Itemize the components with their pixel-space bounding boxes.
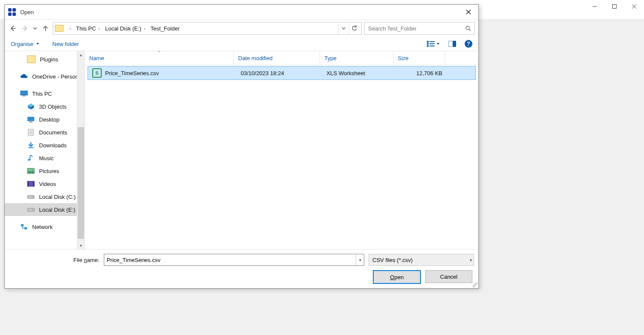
breadcrumb-test-folder[interactable]: Test_Folder [149, 23, 181, 34]
nav-row: › This PC› Local Disk (E:)› Test_Folder … [5, 20, 478, 37]
chevron-down-icon: ▾ [470, 254, 472, 265]
address-bar[interactable]: › This PC› Local Disk (E:)› Test_Folder [53, 22, 362, 35]
sort-ascending-icon: ⌃ [157, 50, 161, 55]
parent-maximize-button[interactable] [605, 0, 624, 13]
svg-rect-11 [429, 41, 435, 42]
file-date: 03/10/2023 18:24 [241, 70, 284, 76]
tree-item-3d-objects[interactable]: 3D Objects [5, 100, 85, 113]
nav-recent-dropdown[interactable] [32, 23, 38, 34]
scroll-down-icon[interactable]: ▾ [77, 242, 85, 249]
breadcrumb-local-disk-e[interactable]: Local Disk (E:)› [103, 23, 147, 34]
nav-up-button[interactable] [41, 23, 50, 34]
svg-rect-17 [453, 41, 456, 47]
view-mode-button[interactable] [427, 41, 440, 47]
breadcrumb-label: This PC [76, 25, 96, 32]
breadcrumb-this-pc[interactable]: This PC› [74, 23, 102, 34]
pictures-icon [27, 168, 35, 174]
svg-rect-14 [427, 45, 429, 47]
tree-item-plugins[interactable]: Plugins [5, 53, 85, 66]
breadcrumb-root-chevron[interactable]: › [65, 23, 73, 34]
filter-value: CSV files (*.csv) [372, 257, 413, 263]
disk-icon [27, 193, 35, 200]
pc-icon [20, 90, 28, 97]
file-type-filter[interactable]: CSV files (*.csv) ▾ [369, 254, 474, 266]
column-label: Date modified [238, 55, 272, 61]
svg-rect-38 [24, 227, 27, 229]
file-name: Price_TimeSeries.csv [105, 70, 159, 76]
svg-rect-37 [21, 224, 24, 226]
tree-label: Music [39, 155, 54, 161]
breadcrumb-label: Test_Folder [151, 25, 180, 32]
help-button[interactable]: ? [465, 40, 472, 48]
new-folder-button[interactable]: New folder [52, 41, 79, 47]
tree-item-downloads[interactable]: Downloads [5, 139, 85, 152]
file-name-value: Price_TimeSeries.csv [107, 257, 160, 263]
dialog-titlebar: Open [5, 5, 478, 20]
file-row[interactable]: S Price_TimeSeries.csv 03/10/2023 18:24 … [88, 66, 476, 80]
chevron-down-icon [436, 42, 440, 46]
tree-label: This PC [32, 91, 52, 97]
open-file-dialog: Open › This PC› Local Disk (E:)› [4, 4, 479, 289]
desktop-icon [27, 116, 35, 123]
dialog-close-button[interactable] [459, 5, 478, 19]
file-name-label: File name: [73, 257, 100, 263]
svg-rect-28 [27, 168, 34, 174]
chevron-down-icon [36, 42, 39, 46]
tree-label: Plugins [40, 56, 58, 63]
tree-scrollbar[interactable]: ▴ ▾ [77, 51, 85, 249]
file-name-dropdown[interactable]: ▾ [356, 254, 364, 265]
file-rows: S Price_TimeSeries.csv 03/10/2023 18:24 … [85, 65, 478, 249]
scroll-thumb[interactable] [78, 127, 84, 239]
folder-icon [27, 55, 36, 63]
parent-minimize-button[interactable] [585, 0, 605, 13]
file-name-input[interactable]: Price_TimeSeries.csv ▾ [104, 254, 364, 266]
svg-point-27 [28, 159, 30, 161]
organise-menu[interactable]: Organise [11, 41, 39, 47]
svg-rect-20 [27, 117, 34, 121]
tree-item-music[interactable]: Music [5, 152, 85, 164]
nav-back-button[interactable] [8, 23, 18, 34]
tree-item-desktop[interactable]: Desktop [5, 113, 85, 126]
spreadsheet-file-icon: S [92, 68, 102, 78]
address-dropdown[interactable] [338, 23, 349, 34]
svg-rect-10 [427, 41, 429, 43]
tree-label: 3D Objects [39, 104, 67, 110]
tree-label: Videos [39, 181, 56, 187]
tree-item-documents[interactable]: Documents [5, 126, 85, 139]
cancel-label: Cancel [440, 274, 457, 280]
open-button[interactable]: Open [373, 270, 421, 284]
parent-close-button[interactable] [624, 0, 644, 13]
bottom-panel: File name: Price_TimeSeries.csv ▾ CSV fi… [5, 249, 478, 288]
navigation-tree: Plugins OneDrive - Personal This PC [5, 51, 85, 249]
preview-pane-button[interactable] [448, 41, 456, 47]
file-list: Name ⌃ Date modified Type Size S Price_ [85, 51, 478, 249]
column-header-type[interactable]: Type [320, 51, 393, 65]
tree-item-local-disk-e[interactable]: Local Disk (E:) [5, 203, 85, 216]
tree-item-videos[interactable]: Videos [5, 177, 85, 190]
downloads-icon [27, 142, 35, 149]
resize-grip[interactable] [472, 282, 478, 287]
tree-item-network[interactable]: Network [5, 220, 85, 233]
cancel-button[interactable]: Cancel [425, 270, 472, 283]
preview-pane-icon [448, 41, 456, 47]
music-icon [27, 155, 35, 161]
search-input[interactable]: Search Test_Folder [364, 22, 475, 35]
tree-item-onedrive[interactable]: OneDrive - Personal [5, 70, 85, 83]
dialog-title: Open [20, 9, 34, 15]
scroll-up-icon[interactable]: ▴ [77, 51, 85, 58]
column-header-name[interactable]: Name ⌃ [85, 51, 234, 65]
tree-item-local-disk-c[interactable]: Local Disk (C:) [5, 190, 85, 203]
search-placeholder: Search Test_Folder [368, 25, 417, 32]
nav-forward-button[interactable] [20, 23, 30, 34]
column-header-size[interactable]: Size [393, 51, 445, 65]
column-header-date[interactable]: Date modified [234, 51, 320, 65]
tree-label: Desktop [39, 116, 60, 123]
refresh-button[interactable] [349, 23, 360, 34]
app-icon [8, 8, 16, 16]
tree-item-this-pc[interactable]: This PC [5, 87, 85, 100]
column-label: Name [89, 55, 104, 61]
tree-label: Downloads [39, 142, 67, 149]
tree-item-pictures[interactable]: Pictures [5, 164, 85, 177]
network-icon [20, 223, 28, 230]
svg-line-9 [469, 29, 471, 31]
